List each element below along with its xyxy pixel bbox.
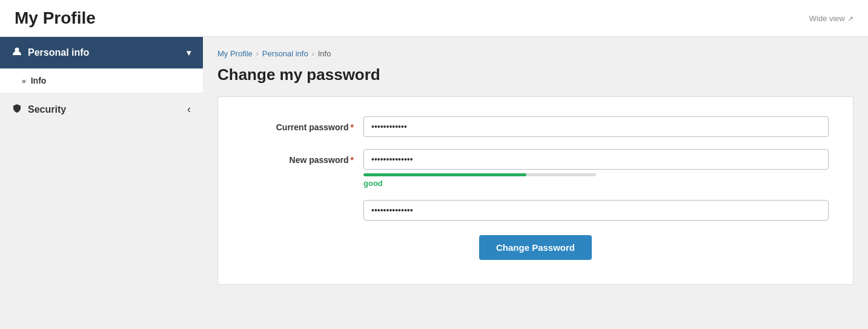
breadcrumb-sep-1: › bbox=[256, 50, 259, 58]
main-content: My Profile › Personal info › Info Change… bbox=[203, 37, 868, 327]
new-password-label: New password* bbox=[242, 149, 363, 165]
content-title: Change my password bbox=[217, 65, 853, 84]
required-star: * bbox=[351, 122, 354, 132]
wide-view-label: Wide view bbox=[809, 14, 845, 23]
confirm-password-field-wrap bbox=[363, 200, 829, 221]
new-password-input[interactable] bbox=[363, 149, 829, 170]
strength-label: good bbox=[363, 179, 829, 188]
sidebar-item-left: Personal info bbox=[12, 47, 89, 59]
breadcrumb-personal-info[interactable]: Personal info bbox=[262, 49, 308, 58]
breadcrumb: My Profile › Personal info › Info bbox=[217, 37, 853, 65]
chevron-left-icon bbox=[187, 103, 191, 116]
sidebar: Personal info Info Security bbox=[0, 37, 203, 327]
required-star-2: * bbox=[351, 155, 354, 165]
sidebar-sub-item-label-info: Info bbox=[31, 76, 47, 85]
current-password-label: Current password* bbox=[242, 116, 363, 132]
confirm-password-input[interactable] bbox=[363, 200, 829, 221]
sidebar-item-left-security: Security bbox=[12, 104, 66, 116]
sidebar-item-label-personal-info: Personal info bbox=[28, 47, 89, 58]
shield-icon bbox=[12, 104, 22, 116]
expand-icon bbox=[847, 14, 853, 23]
sidebar-item-personal-info[interactable]: Personal info bbox=[0, 37, 203, 68]
layout: Personal info Info Security My Profile bbox=[0, 37, 868, 327]
arrow-right-icon bbox=[22, 76, 26, 85]
new-password-field-wrap: good bbox=[363, 149, 829, 188]
form-card: Current password* New password* good bbox=[217, 96, 853, 285]
new-password-row: New password* good bbox=[242, 149, 829, 188]
strength-bar bbox=[363, 173, 526, 176]
user-icon bbox=[12, 47, 22, 59]
chevron-down-icon bbox=[187, 47, 191, 58]
button-row: Change Password bbox=[242, 235, 829, 260]
strength-bar-wrap bbox=[363, 173, 596, 176]
page-title: My Profile bbox=[15, 8, 96, 28]
current-password-row: Current password* bbox=[242, 116, 829, 137]
breadcrumb-my-profile[interactable]: My Profile bbox=[217, 49, 253, 58]
current-password-input[interactable] bbox=[363, 116, 829, 137]
current-password-field-wrap bbox=[363, 116, 829, 137]
sidebar-sub-item-info[interactable]: Info bbox=[0, 68, 203, 93]
page-header: My Profile Wide view bbox=[0, 0, 868, 37]
sidebar-item-security[interactable]: Security bbox=[0, 93, 203, 125]
sidebar-item-label-security: Security bbox=[28, 104, 66, 115]
confirm-password-row bbox=[242, 200, 829, 221]
confirm-password-label bbox=[242, 200, 363, 206]
breadcrumb-info: Info bbox=[318, 49, 331, 58]
change-password-button[interactable]: Change Password bbox=[479, 235, 592, 260]
breadcrumb-sep-2: › bbox=[312, 50, 314, 58]
wide-view-button[interactable]: Wide view bbox=[809, 14, 853, 23]
